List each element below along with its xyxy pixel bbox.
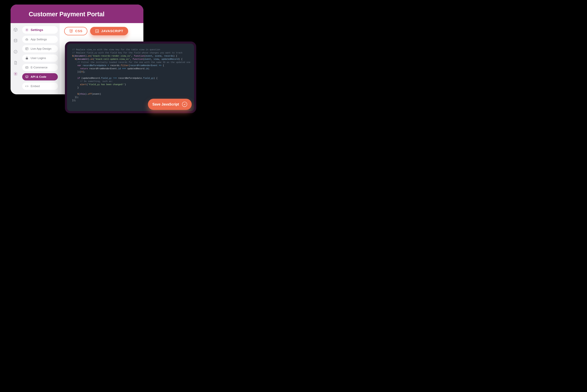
menu-item-label: API & Code bbox=[31, 75, 46, 78]
code-token: event bbox=[146, 55, 152, 57]
code-token: return bbox=[80, 68, 88, 70]
code-comment: // Replace field_yy with the field key f… bbox=[72, 52, 182, 54]
code-token: $ bbox=[75, 58, 76, 60]
code-token: $ bbox=[78, 93, 79, 95]
svg-rect-6 bbox=[26, 67, 28, 68]
database-icon[interactable] bbox=[14, 39, 18, 43]
js-icon: JS bbox=[95, 29, 99, 33]
code-token: $ bbox=[72, 55, 74, 57]
settings-heading: Settings bbox=[22, 26, 58, 34]
code-token: field_yy bbox=[143, 77, 154, 80]
code-token: 0 bbox=[81, 71, 83, 73]
code-token: off bbox=[88, 93, 92, 95]
code-token: updatedRecord bbox=[162, 58, 178, 60]
credit-card-icon bbox=[25, 66, 28, 69]
code-token: alert bbox=[80, 83, 87, 86]
code-token: filter bbox=[121, 64, 128, 67]
settings-heading-label: Settings bbox=[31, 28, 43, 32]
code-token: function bbox=[134, 55, 144, 57]
code-string: 'knack-cell-update.view_xx' bbox=[94, 58, 130, 60]
check-circle-icon[interactable] bbox=[14, 50, 18, 54]
svg-point-1 bbox=[14, 50, 17, 54]
code-token: var bbox=[78, 64, 81, 67]
menu-item-label: E-Commerce bbox=[31, 66, 48, 69]
menu-item-label: User Logins bbox=[31, 56, 46, 60]
code-comment: // Do something, such as: bbox=[80, 80, 113, 82]
tab-label: CSS bbox=[75, 29, 82, 33]
code-token: field_yy bbox=[101, 77, 112, 80]
menu-item-api-code[interactable]: API & Code bbox=[22, 73, 58, 80]
code-string: 'Field_yy has been changed!' bbox=[88, 83, 125, 86]
page-title: Customer Payment Portal bbox=[10, 4, 144, 23]
cube-icon[interactable] bbox=[14, 28, 18, 32]
save-javascript-button[interactable]: Save JavaScript bbox=[148, 99, 192, 110]
code-token: document bbox=[78, 58, 88, 60]
tab-javascript[interactable]: JS JAVASCRIPT bbox=[90, 27, 128, 35]
code-token: document bbox=[75, 55, 85, 57]
code-comment: // Replace view_xx with the view key for… bbox=[72, 48, 160, 51]
code-editor-card: // Replace view_xx with the view key for… bbox=[65, 42, 196, 113]
menu-item-app-settings[interactable]: App Settings bbox=[22, 36, 58, 43]
code-string: 'knack-records-render.view_xx' bbox=[92, 55, 131, 57]
gear-icon bbox=[25, 28, 28, 32]
svg-rect-7 bbox=[26, 76, 28, 78]
menu-item-label: App Settings bbox=[31, 38, 47, 41]
menu-item-ecommerce[interactable]: E-Commerce bbox=[22, 64, 58, 71]
layout-icon bbox=[25, 47, 28, 50]
cloud-gear-icon bbox=[25, 38, 28, 41]
code-token: function bbox=[132, 58, 143, 60]
check-circle-icon bbox=[182, 102, 187, 107]
menu-item-embed[interactable]: Embed bbox=[22, 82, 58, 90]
settings-menu: Settings App Settings Live App Design Us… bbox=[20, 23, 60, 94]
menu-item-label: Live App Design bbox=[31, 47, 51, 50]
code-token: recordFromRenderEvent bbox=[89, 68, 117, 70]
tab-label: JAVASCRIPT bbox=[101, 29, 123, 33]
save-button-label: Save JavaScript bbox=[152, 102, 179, 106]
embed-icon bbox=[25, 84, 28, 88]
css-shield-icon bbox=[69, 29, 73, 33]
code-token: recordBeforeUpdate bbox=[83, 64, 106, 67]
svg-text:JS: JS bbox=[96, 30, 98, 32]
code-token: view bbox=[154, 58, 159, 60]
svg-point-3 bbox=[26, 30, 27, 30]
code-monitor-icon bbox=[25, 75, 28, 78]
menu-item-label: Embed bbox=[31, 84, 40, 88]
code-token: recordBeforeUpdate bbox=[118, 77, 142, 80]
svg-point-4 bbox=[26, 39, 27, 40]
svg-rect-5 bbox=[26, 48, 28, 50]
svg-point-0 bbox=[14, 39, 17, 40]
code-token: event bbox=[93, 93, 100, 95]
menu-item-live-app-design[interactable]: Live App Design bbox=[22, 45, 58, 52]
code-token: updatedRecord bbox=[83, 77, 100, 80]
document-icon[interactable] bbox=[14, 61, 18, 65]
gear-icon[interactable] bbox=[14, 72, 18, 76]
code-token: updatedRecord bbox=[128, 68, 144, 70]
code-token: id bbox=[146, 68, 148, 70]
code-token: records bbox=[164, 55, 173, 57]
tab-css[interactable]: CSS bbox=[64, 27, 88, 35]
code-token: this bbox=[80, 93, 85, 95]
code-token: records bbox=[110, 64, 120, 67]
language-tabs: CSS JS JAVASCRIPT bbox=[64, 27, 139, 35]
code-token: id bbox=[118, 68, 121, 70]
code-token: recordFromRenderEvent bbox=[130, 64, 158, 67]
code-token: on bbox=[88, 55, 90, 57]
code-comment: // Filter the initially loaded records f… bbox=[78, 61, 190, 64]
code-token: event bbox=[144, 58, 151, 60]
code-token: on bbox=[90, 58, 93, 60]
lock-icon bbox=[25, 56, 28, 60]
code-token: if bbox=[78, 77, 80, 80]
svg-point-2 bbox=[15, 73, 16, 74]
menu-item-user-logins[interactable]: User Logins bbox=[22, 54, 58, 62]
icon-rail bbox=[10, 23, 20, 94]
code-token: scene bbox=[155, 55, 162, 57]
